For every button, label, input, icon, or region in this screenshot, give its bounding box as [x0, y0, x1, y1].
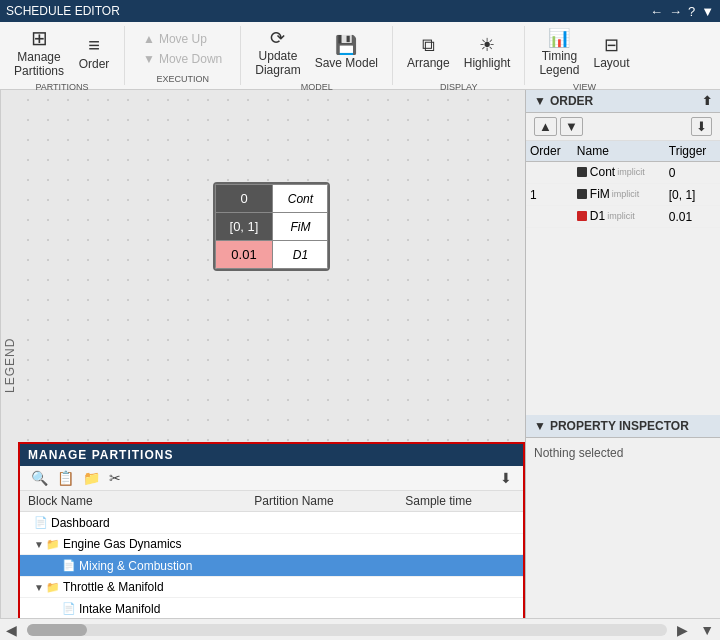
bottom-scrollbar[interactable]: ◀ ▶ ▼ [0, 618, 720, 640]
order-panel-header: ▼ ORDER ⬆ [526, 90, 720, 113]
diagram-row-1: [0, 1] FiM [215, 212, 328, 240]
toolbar-group-model: ⟳ UpdateDiagram 💾 Save Model MODEL [241, 26, 393, 85]
pi-title: PROPERTY INSPECTOR [550, 419, 689, 433]
order-fim-trigger: [0, 1] [665, 184, 720, 206]
timing-legend-button[interactable]: 📊 TimingLegend [533, 28, 585, 78]
save-model-icon: 💾 [335, 36, 357, 54]
diagram-table: 0 Cont [0, 1] FiM 0.01 D1 [215, 184, 329, 269]
order-cont-order [526, 162, 573, 184]
order-down-button[interactable]: ▼ [560, 117, 583, 136]
diagram-row-0: 0 Cont [215, 184, 328, 212]
manage-partitions-header: MANAGE PARTITIONS [20, 444, 523, 466]
d1-color-dot [577, 211, 587, 221]
mixing-sample [397, 555, 523, 577]
dashboard-label: Dashboard [51, 516, 110, 530]
scroll-right-button[interactable]: ▶ [671, 622, 694, 638]
order-row-d1[interactable]: D1 implicit 0.01 [526, 206, 720, 228]
egd-sample [397, 533, 523, 555]
manage-tool-download[interactable]: ⬇ [497, 469, 515, 487]
manage-toolbar: 🔍 📋 📁 ✂ ⬇ [20, 466, 523, 491]
toolbar-group-display: ⧉ Arrange ☀ Highlight DISPLAY [393, 26, 525, 85]
order-d1-trigger: 0.01 [665, 206, 720, 228]
order-download-button[interactable]: ⬇ [691, 117, 712, 136]
col-trigger: Trigger [665, 141, 720, 162]
d1-name-label: D1 [590, 209, 605, 223]
egd-expand-icon[interactable]: ▼ [34, 539, 44, 550]
intake-label: Intake Manifold [79, 602, 160, 616]
block-name-intake: 📄 Intake Manifold [20, 598, 246, 620]
tm-expand-icon[interactable]: ▼ [34, 582, 44, 593]
arrange-button[interactable]: ⧉ Arrange [401, 28, 456, 78]
order-button[interactable]: ≡ Order [72, 28, 116, 78]
scroll-thumb[interactable] [27, 624, 87, 636]
diagram-cell-1-0: [0, 1] [215, 212, 273, 240]
main-content: LEGEND 0 Cont [0, 1] FiM 0.01 [0, 90, 720, 640]
scroll-left-button[interactable]: ◀ [0, 622, 23, 638]
layout-button[interactable]: ⊟ Layout [587, 28, 635, 78]
tm-sample [397, 576, 523, 598]
order-row-fim[interactable]: 1 FiM implicit [0, 1] [526, 184, 720, 206]
diagram-cell-0-1: Cont [273, 184, 328, 212]
tree-header-row: Block Name Partition Name Sample time [20, 491, 523, 512]
help-button[interactable]: ? [688, 4, 695, 19]
manage-tool-2[interactable]: 📋 [54, 469, 77, 487]
order-fim-order: 1 [526, 184, 573, 206]
col-block-name: Block Name [20, 491, 246, 512]
order-up-button[interactable]: ▲ [534, 117, 557, 136]
layout-icon: ⊟ [604, 36, 619, 54]
col-partition-name: Partition Name [246, 491, 397, 512]
pi-collapse-icon[interactable]: ▼ [534, 419, 546, 433]
move-down-label: Move Down [159, 52, 222, 66]
list-item[interactable]: ▼ 📁 Engine Gas Dynamics [20, 533, 523, 555]
egd-folder-icon: 📁 [46, 538, 60, 551]
highlight-button[interactable]: ☀ Highlight [458, 28, 517, 78]
right-panel-spacer [526, 228, 720, 415]
legend-strip: LEGEND [0, 90, 18, 640]
order-arrows: ▲ ▼ [534, 117, 583, 136]
timing-legend-icon: 📊 [548, 29, 570, 47]
egd-partition [246, 533, 397, 555]
tree-body: 📄 Dashboard ▼ [20, 512, 523, 632]
manage-tool-1[interactable]: 🔍 [28, 469, 51, 487]
menu-button[interactable]: ▼ [701, 4, 714, 19]
dashboard-sample [397, 512, 523, 534]
list-item[interactable]: ▼ 📁 Throttle & Manifold [20, 576, 523, 598]
back-button[interactable]: ← [650, 4, 663, 19]
scroll-track[interactable] [27, 624, 667, 636]
list-item[interactable]: 📄 Mixing & Combustion [20, 555, 523, 577]
order-row-cont[interactable]: Cont implicit 0 [526, 162, 720, 184]
manage-partitions-button[interactable]: ⊞ ManagePartitions [8, 28, 70, 78]
update-diagram-button[interactable]: ⟳ UpdateDiagram [249, 28, 306, 78]
block-name-dashboard: 📄 Dashboard [20, 512, 246, 534]
canvas-area[interactable]: 0 Cont [0, 1] FiM 0.01 D1 [18, 90, 525, 442]
order-collapse-icon[interactable]: ▼ [534, 94, 546, 108]
tree-container[interactable]: Block Name Partition Name Sample time 📄 … [20, 491, 523, 631]
toolbar-group-view: 📊 TimingLegend ⊟ Layout VIEW [525, 26, 643, 85]
list-item[interactable]: 📄 Intake Manifold [20, 598, 523, 620]
model-buttons: ⟳ UpdateDiagram 💾 Save Model [245, 26, 388, 80]
toolbar: ⊞ ManagePartitions ≡ Order PARTITIONS ▲ … [0, 22, 720, 90]
order-expand-icon[interactable]: ⬆ [702, 94, 712, 108]
scroll-down-button[interactable]: ▼ [694, 622, 720, 638]
block-name-throttle-manifold: ▼ 📁 Throttle & Manifold [20, 576, 246, 598]
move-down-button[interactable]: ▼ Move Down [137, 50, 228, 68]
save-model-button[interactable]: 💾 Save Model [309, 28, 384, 78]
title-controls: ← → ? ▼ [650, 4, 714, 19]
intake-sample [397, 598, 523, 620]
diagram-cell-1-1: FiM [273, 212, 328, 240]
fim-name-label: FiM [590, 187, 610, 201]
display-buttons: ⧉ Arrange ☀ Highlight [397, 26, 520, 80]
order-cont-name: Cont implicit [573, 162, 665, 184]
move-up-button[interactable]: ▲ Move Up [137, 30, 228, 48]
tm-partition [246, 576, 397, 598]
forward-button[interactable]: → [669, 4, 682, 19]
manage-tool-3[interactable]: 📁 [80, 469, 103, 487]
list-item[interactable]: 📄 Dashboard [20, 512, 523, 534]
partitions-buttons: ⊞ ManagePartitions ≡ Order [4, 26, 120, 80]
property-inspector-text: Nothing selected [534, 446, 623, 460]
manage-tool-4[interactable]: ✂ [106, 469, 124, 487]
timing-legend-label: TimingLegend [539, 49, 579, 77]
order-d1-order [526, 206, 573, 228]
right-panel: ▼ ORDER ⬆ ▲ ▼ ⬇ Order Name Trigger [525, 90, 720, 640]
highlight-label: Highlight [464, 56, 511, 70]
